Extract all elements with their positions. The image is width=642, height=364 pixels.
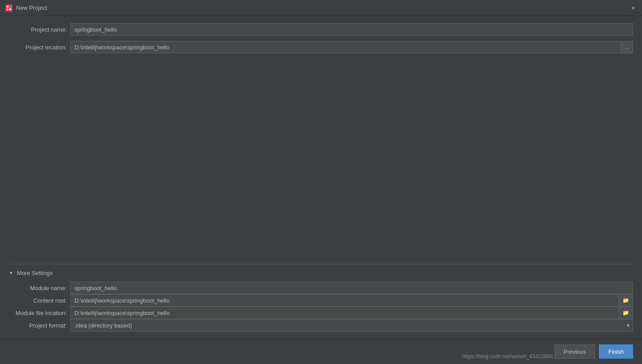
project-format-row: Project format: .idea (directory based) … <box>9 319 633 332</box>
project-name-row: Project name: <box>9 23 633 36</box>
module-name-row: Module name: <box>9 282 633 294</box>
module-file-location-input-group: 📁 <box>70 307 633 319</box>
new-project-dialog: New Project × Project name: Project loca… <box>0 0 642 364</box>
content-root-input-group: 📁 <box>70 294 633 307</box>
svg-rect-2 <box>9 6 11 8</box>
content-root-input[interactable] <box>70 294 619 307</box>
watermark-text: https://blog.csdn.net/weixin_43423864 <box>462 353 553 364</box>
svg-rect-4 <box>9 8 11 10</box>
project-location-input-group: ... <box>70 41 633 53</box>
dialog-title: New Project <box>16 4 630 11</box>
project-location-label: Project location: <box>9 44 67 51</box>
project-format-select[interactable]: .idea (directory based) .ipr (file based… <box>70 319 633 332</box>
project-name-label: Project name: <box>9 26 67 33</box>
svg-rect-0 <box>5 4 12 12</box>
module-file-location-row: Module file location: 📁 <box>9 307 633 319</box>
content-root-row: Content root: 📁 <box>9 294 633 307</box>
project-location-input[interactable] <box>70 41 621 53</box>
module-file-location-label: Module file location: <box>9 310 67 316</box>
module-file-location-input[interactable] <box>70 307 619 319</box>
project-name-input[interactable] <box>70 23 633 36</box>
close-button[interactable]: × <box>630 4 637 12</box>
svg-rect-3 <box>7 8 8 10</box>
dialog-content: Project name: Project location: ... ▼ Mo… <box>0 16 642 339</box>
project-location-row: Project location: ... <box>9 41 633 53</box>
content-spacer <box>9 59 633 259</box>
module-file-location-browse-button[interactable]: 📁 <box>619 307 633 319</box>
project-location-browse-button[interactable]: ... <box>621 41 633 53</box>
content-root-label: Content root: <box>9 297 67 304</box>
title-bar: New Project × <box>0 0 642 16</box>
more-settings-label: More Settings <box>17 270 53 276</box>
folder-icon: 📁 <box>622 297 629 303</box>
folder-icon-2: 📁 <box>622 310 629 316</box>
finish-button[interactable]: Finish <box>599 344 633 359</box>
app-icon <box>5 4 12 12</box>
more-settings-section: ▼ More Settings Module name: Content roo… <box>9 264 633 332</box>
module-name-label: Module name: <box>9 285 67 291</box>
project-format-label: Project format: <box>9 322 67 329</box>
content-root-browse-button[interactable]: 📁 <box>619 294 633 307</box>
project-format-select-wrapper: .idea (directory based) .ipr (file based… <box>70 319 633 332</box>
dialog-footer: Previous Finish https://blog.csdn.net/we… <box>0 339 642 364</box>
previous-button[interactable]: Previous <box>554 344 596 359</box>
chevron-down-icon: ▼ <box>9 271 14 275</box>
more-settings-header[interactable]: ▼ More Settings <box>9 268 633 278</box>
svg-rect-1 <box>7 6 8 8</box>
module-name-input[interactable] <box>70 282 633 294</box>
